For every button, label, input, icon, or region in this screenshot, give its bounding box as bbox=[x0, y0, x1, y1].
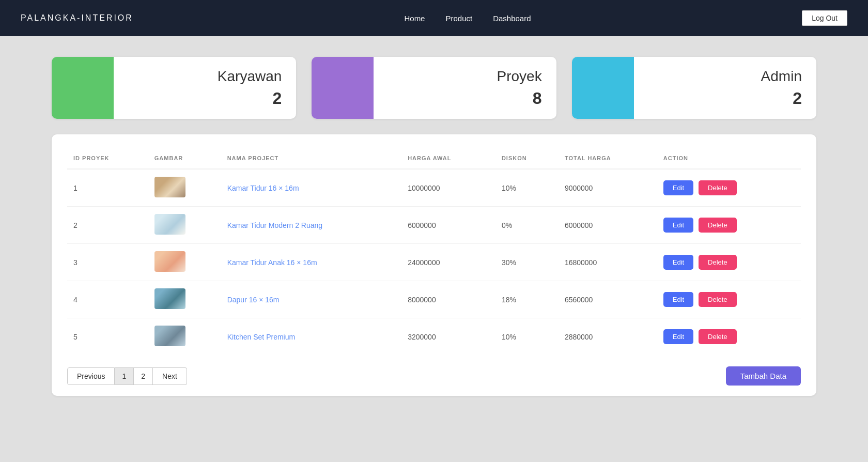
delete-button-4[interactable]: Delete bbox=[699, 292, 737, 307]
brand-logo: PALANGKA-INTERIOR bbox=[21, 13, 133, 23]
edit-button-5[interactable]: Edit bbox=[663, 329, 693, 344]
stat-card-proyek: Proyek 8 bbox=[312, 57, 556, 119]
cell-action-4: Edit Delete bbox=[657, 281, 801, 318]
table-row: 1 Kamar Tidur 16 × 16m 10000000 10% 9000… bbox=[67, 169, 801, 207]
cell-diskon-1: 10% bbox=[495, 169, 559, 207]
cell-id-1: 1 bbox=[67, 169, 148, 207]
col-diskon: DISKON bbox=[495, 150, 559, 169]
nav-links: Home Product Dashboard bbox=[404, 14, 531, 23]
cell-action-3: Edit Delete bbox=[657, 244, 801, 281]
cell-gambar-5 bbox=[148, 318, 221, 356]
data-table: ID PROYEK GAMBAR NAMA PROJECT HARGA AWAL… bbox=[67, 150, 801, 355]
navbar: PALANGKA-INTERIOR Home Product Dashboard… bbox=[0, 0, 868, 36]
cell-gambar-2 bbox=[148, 207, 221, 244]
cell-gambar-3 bbox=[148, 244, 221, 281]
col-id-proyek: ID PROYEK bbox=[67, 150, 148, 169]
edit-button-2[interactable]: Edit bbox=[663, 218, 693, 233]
cell-harga-awal-5: 3200000 bbox=[401, 318, 495, 356]
stat-color-admin bbox=[572, 57, 634, 119]
project-link-4[interactable]: Dapur 16 × 16m bbox=[227, 296, 280, 304]
cell-diskon-2: 0% bbox=[495, 207, 559, 244]
cell-action-1: Edit Delete bbox=[657, 169, 801, 207]
stat-value-proyek: 8 bbox=[533, 89, 542, 108]
main-content: Karyawan 2 Proyek 8 Admin 2 ID PROYEK bbox=[0, 36, 868, 417]
col-nama-project: NAMA PROJECT bbox=[221, 150, 402, 169]
pagination: Previous 1 2 Next bbox=[67, 367, 187, 385]
stat-card-karyawan: Karyawan 2 bbox=[52, 57, 296, 119]
stat-value-admin: 2 bbox=[793, 89, 802, 108]
delete-button-5[interactable]: Delete bbox=[699, 329, 737, 344]
cell-total-harga-2: 6000000 bbox=[559, 207, 657, 244]
thumbnail-3 bbox=[154, 251, 185, 272]
table-row: 2 Kamar Tidur Modern 2 Ruang 6000000 0% … bbox=[67, 207, 801, 244]
edit-button-3[interactable]: Edit bbox=[663, 255, 693, 270]
cell-harga-awal-4: 8000000 bbox=[401, 281, 495, 318]
stat-info-karyawan: Karyawan 2 bbox=[114, 57, 296, 119]
project-link-2[interactable]: Kamar Tidur Modern 2 Ruang bbox=[227, 221, 322, 229]
nav-product[interactable]: Product bbox=[445, 14, 472, 23]
project-link-3[interactable]: Kamar Tidur Anak 16 × 16m bbox=[227, 258, 317, 267]
logout-button[interactable]: Log Out bbox=[802, 10, 847, 26]
cell-total-harga-5: 2880000 bbox=[559, 318, 657, 356]
thumbnail-1 bbox=[154, 177, 185, 197]
col-gambar: GAMBAR bbox=[148, 150, 221, 169]
stat-info-proyek: Proyek 8 bbox=[374, 57, 556, 119]
delete-button-2[interactable]: Delete bbox=[699, 218, 737, 233]
nav-home[interactable]: Home bbox=[404, 14, 425, 23]
cell-diskon-4: 18% bbox=[495, 281, 559, 318]
cell-diskon-5: 10% bbox=[495, 318, 559, 356]
col-harga-awal: HARGA AWAL bbox=[401, 150, 495, 169]
stat-value-karyawan: 2 bbox=[273, 89, 282, 108]
edit-button-1[interactable]: Edit bbox=[663, 180, 693, 195]
project-link-1[interactable]: Kamar Tidur 16 × 16m bbox=[227, 184, 299, 192]
cell-action-2: Edit Delete bbox=[657, 207, 801, 244]
cell-nama-2: Kamar Tidur Modern 2 Ruang bbox=[221, 207, 402, 244]
table-row: 3 Kamar Tidur Anak 16 × 16m 24000000 30%… bbox=[67, 244, 801, 281]
table-row: 5 Kitchen Set Premium 3200000 10% 288000… bbox=[67, 318, 801, 356]
cell-total-harga-3: 16800000 bbox=[559, 244, 657, 281]
stat-color-proyek bbox=[312, 57, 374, 119]
cell-nama-3: Kamar Tidur Anak 16 × 16m bbox=[221, 244, 402, 281]
table-section: ID PROYEK GAMBAR NAMA PROJECT HARGA AWAL… bbox=[52, 134, 816, 396]
cell-nama-4: Dapur 16 × 16m bbox=[221, 281, 402, 318]
nav-dashboard[interactable]: Dashboard bbox=[493, 14, 531, 23]
thumbnail-5 bbox=[154, 326, 185, 346]
stat-cards: Karyawan 2 Proyek 8 Admin 2 bbox=[52, 57, 816, 119]
cell-id-5: 5 bbox=[67, 318, 148, 356]
table-header-row: ID PROYEK GAMBAR NAMA PROJECT HARGA AWAL… bbox=[67, 150, 801, 169]
delete-button-1[interactable]: Delete bbox=[699, 180, 737, 195]
edit-button-4[interactable]: Edit bbox=[663, 292, 693, 307]
thumbnail-4 bbox=[154, 288, 185, 309]
thumbnail-2 bbox=[154, 214, 185, 235]
cell-id-3: 3 bbox=[67, 244, 148, 281]
stat-info-admin: Admin 2 bbox=[634, 57, 816, 119]
project-link-5[interactable]: Kitchen Set Premium bbox=[227, 333, 296, 341]
delete-button-3[interactable]: Delete bbox=[699, 255, 737, 270]
cell-nama-5: Kitchen Set Premium bbox=[221, 318, 402, 356]
table-footer: Previous 1 2 Next Tambah Data bbox=[67, 366, 801, 386]
cell-harga-awal-1: 10000000 bbox=[401, 169, 495, 207]
next-button[interactable]: Next bbox=[153, 367, 187, 385]
cell-harga-awal-2: 6000000 bbox=[401, 207, 495, 244]
page-1[interactable]: 1 bbox=[115, 367, 134, 385]
stat-card-admin: Admin 2 bbox=[572, 57, 816, 119]
cell-total-harga-4: 6560000 bbox=[559, 281, 657, 318]
stat-title-proyek: Proyek bbox=[497, 68, 542, 85]
col-action: ACTION bbox=[657, 150, 801, 169]
cell-id-2: 2 bbox=[67, 207, 148, 244]
cell-harga-awal-3: 24000000 bbox=[401, 244, 495, 281]
stat-color-karyawan bbox=[52, 57, 114, 119]
cell-id-4: 4 bbox=[67, 281, 148, 318]
cell-gambar-1 bbox=[148, 169, 221, 207]
cell-total-harga-1: 9000000 bbox=[559, 169, 657, 207]
table-row: 4 Dapur 16 × 16m 8000000 18% 6560000 Edi… bbox=[67, 281, 801, 318]
cell-nama-1: Kamar Tidur 16 × 16m bbox=[221, 169, 402, 207]
cell-action-5: Edit Delete bbox=[657, 318, 801, 356]
cell-gambar-4 bbox=[148, 281, 221, 318]
prev-button[interactable]: Previous bbox=[67, 367, 115, 385]
stat-title-admin: Admin bbox=[761, 68, 802, 85]
col-total-harga: TOTAL HARGA bbox=[559, 150, 657, 169]
cell-diskon-3: 30% bbox=[495, 244, 559, 281]
tambah-data-button[interactable]: Tambah Data bbox=[726, 366, 801, 386]
page-2[interactable]: 2 bbox=[134, 367, 153, 385]
